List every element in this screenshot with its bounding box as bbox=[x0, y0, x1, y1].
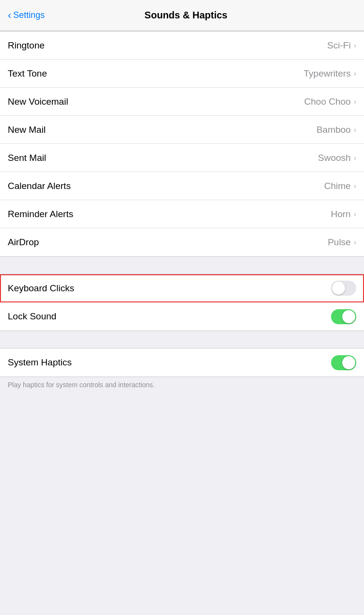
sound-row[interactable]: AirDrop Pulse › bbox=[0, 228, 364, 256]
nav-bar: ‹ Settings Sounds & Haptics bbox=[0, 0, 364, 31]
sound-row[interactable]: New Voicemail Choo Choo › bbox=[0, 88, 364, 116]
sound-row-value: Typewriters bbox=[304, 68, 351, 79]
haptics-footer-text: Play haptics for system controls and int… bbox=[8, 381, 155, 389]
sound-row-value: Swoosh bbox=[318, 153, 351, 163]
toggle-switch[interactable] bbox=[331, 309, 356, 324]
section-gap-2 bbox=[0, 331, 364, 348]
sound-row-right: Typewriters › bbox=[304, 68, 356, 79]
toggle-row-label: Keyboard Clicks bbox=[8, 283, 74, 294]
sound-row-label: Reminder Alerts bbox=[8, 209, 73, 220]
sound-row-value: Chime bbox=[324, 181, 351, 191]
chevron-right-icon: › bbox=[354, 69, 356, 78]
sound-row-right: Choo Choo › bbox=[304, 96, 356, 107]
sound-row-right: Bamboo › bbox=[317, 125, 356, 135]
sound-row-label: AirDrop bbox=[8, 237, 39, 248]
toggle-knob bbox=[342, 356, 355, 369]
sound-row[interactable]: Sent Mail Swoosh › bbox=[0, 144, 364, 172]
sound-row[interactable]: Calendar Alerts Chime › bbox=[0, 172, 364, 200]
haptics-footer: Play haptics for system controls and int… bbox=[0, 377, 364, 396]
sound-row-label: New Voicemail bbox=[8, 96, 68, 107]
chevron-right-icon: › bbox=[354, 154, 356, 162]
chevron-right-icon: › bbox=[354, 97, 356, 106]
sound-row-value: Sci-Fi bbox=[327, 40, 351, 51]
chevron-right-icon: › bbox=[354, 238, 356, 247]
sounds-section: Ringtone Sci-Fi › Text Tone Typewriters … bbox=[0, 31, 364, 257]
sound-row-value: Pulse bbox=[328, 237, 351, 248]
sound-row-right: Horn › bbox=[331, 209, 356, 220]
sound-row-value: Choo Choo bbox=[304, 96, 351, 107]
sound-row-label: Text Tone bbox=[8, 68, 47, 79]
sound-row-label: Sent Mail bbox=[8, 153, 46, 163]
toggle-knob bbox=[342, 310, 355, 323]
sound-row-label: New Mail bbox=[8, 125, 46, 135]
toggle-row-label: Lock Sound bbox=[8, 311, 56, 322]
chevron-right-icon: › bbox=[354, 182, 356, 190]
toggle-row[interactable]: Lock Sound bbox=[0, 302, 364, 331]
chevron-right-icon: › bbox=[354, 41, 356, 50]
sound-row-right: Chime › bbox=[324, 181, 356, 191]
chevron-right-icon: › bbox=[354, 210, 356, 219]
toggles-section: Keyboard Clicks Lock Sound bbox=[0, 274, 364, 331]
sound-row[interactable]: New Mail Bamboo › bbox=[0, 116, 364, 144]
sound-row-right: Sci-Fi › bbox=[327, 40, 356, 51]
system-haptics-row[interactable]: System Haptics bbox=[0, 348, 364, 377]
page-title: Sounds & Haptics bbox=[45, 10, 327, 21]
toggle-knob bbox=[332, 282, 345, 295]
sound-row-label: Calendar Alerts bbox=[8, 181, 71, 191]
toggle-row[interactable]: Keyboard Clicks bbox=[0, 274, 364, 302]
sound-row-right: Pulse › bbox=[328, 237, 356, 248]
chevron-right-icon: › bbox=[354, 126, 356, 134]
system-haptics-label: System Haptics bbox=[8, 357, 72, 368]
sound-row-label: Ringtone bbox=[8, 40, 45, 51]
section-gap-1 bbox=[0, 257, 364, 274]
sound-row-value: Horn bbox=[331, 209, 350, 220]
sound-row-value: Bamboo bbox=[317, 125, 351, 135]
back-label: Settings bbox=[13, 10, 45, 20]
system-haptics-section: System Haptics bbox=[0, 348, 364, 377]
sound-row[interactable]: Text Tone Typewriters › bbox=[0, 60, 364, 88]
sound-row-right: Swoosh › bbox=[318, 153, 356, 163]
back-chevron-icon: ‹ bbox=[8, 9, 11, 22]
sound-row[interactable]: Ringtone Sci-Fi › bbox=[0, 32, 364, 60]
toggle-switch[interactable] bbox=[331, 281, 356, 296]
sound-row[interactable]: Reminder Alerts Horn › bbox=[0, 200, 364, 228]
back-button[interactable]: ‹ Settings bbox=[8, 9, 45, 22]
system-haptics-toggle[interactable] bbox=[331, 355, 356, 370]
